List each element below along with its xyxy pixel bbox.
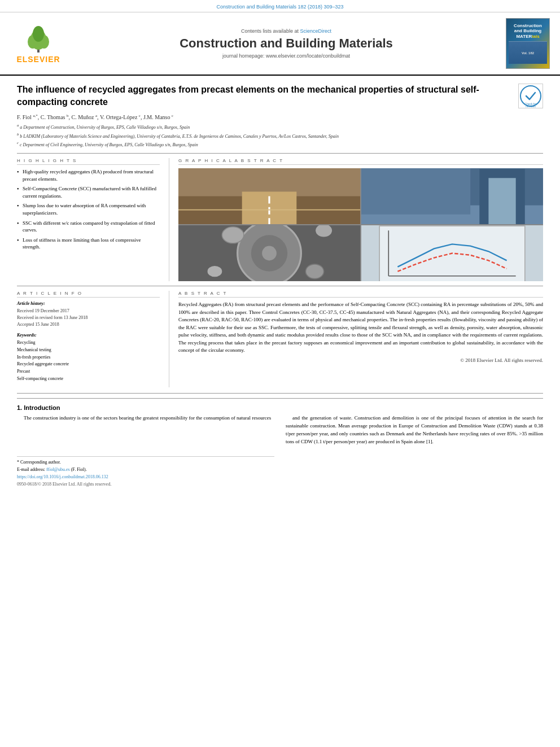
section-divider-2 xyxy=(17,286,543,286)
highlight-item-1: High-quality recycled aggregates (RA) pr… xyxy=(17,168,160,182)
section-divider-3 xyxy=(17,393,543,394)
sciencedirect-link[interactable]: ScienceDirect xyxy=(300,28,332,34)
intro-col-right: and the generation of waste. Constructio… xyxy=(286,414,543,488)
svg-point-21 xyxy=(262,246,277,261)
svg-rect-16 xyxy=(488,178,515,224)
keywords-group: Keywords: Recycling Mechanical testing I… xyxy=(17,333,160,383)
article-info-section: A R T I C L E I N F O Article history: R… xyxy=(17,291,169,387)
page: Construction and Building Materials 182 … xyxy=(0,0,560,747)
keywords-list: Recycling Mechanical testing In-fresh pr… xyxy=(17,339,160,383)
highlight-item-3: Slump loss due to water absorption of RA… xyxy=(17,202,160,216)
ga-image-2 xyxy=(361,168,543,224)
keyword-2: Mechanical testing xyxy=(17,347,160,354)
article-content: The influence of recycled aggregates fro… xyxy=(0,76,560,496)
abstract-paragraph: Recycled Aggregates (RA) from structural… xyxy=(178,301,543,355)
highlights-graphical-section: H I G H L I G H T S High-quality recycle… xyxy=(17,158,543,281)
svg-point-4 xyxy=(33,26,44,42)
abstract-label: A B S T R A C T xyxy=(178,291,543,298)
graphical-abstract-section: G R A P H I C A L A B S T R A C T xyxy=(169,158,543,281)
elsevier-brand-text: ELSEVIER xyxy=(16,55,60,64)
section-divider-1 xyxy=(17,153,543,154)
doi-link[interactable]: https://doi.org/10.1016/j.conbuildmat.20… xyxy=(17,474,108,479)
journal-title: Construction and Building Materials xyxy=(72,36,500,51)
svg-rect-17 xyxy=(361,168,470,215)
svg-text:updates: updates xyxy=(526,105,536,107)
article-history-group: Article history: Received 19 December 20… xyxy=(17,301,160,328)
affiliations: a a Department of Construction, Universi… xyxy=(17,123,543,148)
highlight-item-5: Loss of stiffness is more limiting than … xyxy=(17,237,160,251)
history-accepted: Accepted 15 June 2018 xyxy=(17,321,160,328)
article-title-section: The influence of recycled aggregates fro… xyxy=(17,84,543,109)
ga-image-3 xyxy=(178,225,360,281)
email-link[interactable]: ffiol@ubu.es xyxy=(46,467,70,472)
history-revised: Received in revised form 13 June 2018 xyxy=(17,314,160,321)
abstract-section: A B S T R A C T Recycled Aggregates (RA)… xyxy=(169,291,543,387)
info-abstract-section: A R T I C L E I N F O Article history: R… xyxy=(17,291,543,387)
ga-image-1 xyxy=(178,168,360,224)
article-title-text: The influence of recycled aggregates fro… xyxy=(17,84,513,109)
history-label: Article history: xyxy=(17,301,160,306)
affiliation-b: b b LADKIM (Laboratory of Materials Scie… xyxy=(17,132,543,140)
affiliation-c: c c Department of Civil Engineering, Uni… xyxy=(17,140,543,148)
article-title: The influence of recycled aggregates fro… xyxy=(17,84,513,109)
journal-citation: Construction and Building Materials 182 … xyxy=(216,4,343,10)
svg-point-22 xyxy=(222,227,244,243)
affiliation-a: a a Department of Construction, Universi… xyxy=(17,123,543,131)
graphical-abstract-grid xyxy=(178,168,543,281)
highlight-item-4: SSC with different w/c ratios compared b… xyxy=(17,220,160,234)
keywords-label: Keywords: xyxy=(17,333,160,338)
keyword-1: Recycling xyxy=(17,339,160,347)
email-name: (F. Fiol). xyxy=(71,467,87,472)
journal-cover-image: Constructionand BuildingMATERials Vol. 1… xyxy=(506,18,550,69)
highlights-label: H I G H L I G H T S xyxy=(17,158,160,165)
introduction-section: 1. Introduction The construction industr… xyxy=(17,398,543,488)
check-for-updates-badge: Check for updates xyxy=(518,84,543,108)
elsevier-tree-icon xyxy=(21,24,55,55)
journal-top-bar: Construction and Building Materials 182 … xyxy=(0,0,560,12)
article-info-label: A R T I C L E I N F O xyxy=(17,291,160,298)
cover-detail: Vol. 182 xyxy=(522,51,534,55)
copyright-line: © 2018 Elsevier Ltd. All rights reserved… xyxy=(178,357,543,365)
email-label: E-mail address: xyxy=(17,467,45,472)
history-received: Received 19 December 2017 xyxy=(17,308,160,314)
check-updates-icon: Check for updates xyxy=(519,85,542,107)
intro-two-col: The construction industry is one of the … xyxy=(17,414,543,488)
intro-para-1-col2: and the generation of waste. Constructio… xyxy=(286,414,543,446)
svg-point-23 xyxy=(305,264,323,279)
journal-header: ELSEVIER Contents lists available at Sci… xyxy=(0,12,560,76)
intro-section-number: 1. Introduction xyxy=(17,404,543,411)
footnote-area: * Corresponding author. E-mail address: … xyxy=(17,456,274,488)
highlights-list: High-quality recycled aggregates (RA) pr… xyxy=(17,168,160,251)
elsevier-logo: ELSEVIER xyxy=(10,24,67,64)
keyword-6: Self-compacting concrete xyxy=(17,375,160,383)
highlight-item-2: Self-Compacting Concrete (SCC) manufactu… xyxy=(17,185,160,199)
email-line: E-mail address: ffiol@ubu.es (F. Fiol). xyxy=(17,466,274,473)
issn-line: 0950-0618/© 2018 Elsevier Ltd. All right… xyxy=(17,481,274,488)
corresponding-author-note: * Corresponding author. xyxy=(17,459,274,465)
keyword-3: In-fresh properties xyxy=(17,354,160,361)
journal-homepage: journal homepage: www.elsevier.com/locat… xyxy=(72,53,500,59)
intro-col-left: The construction industry is one of the … xyxy=(17,414,274,488)
doi-line: https://doi.org/10.1016/j.conbuildmat.20… xyxy=(17,474,274,480)
svg-point-24 xyxy=(208,266,222,277)
cover-title-text: Constructionand BuildingMATERials xyxy=(514,23,542,40)
abstract-text: Recycled Aggregates (RA) from structural… xyxy=(178,301,543,364)
authors-line: F. Fiol a,*, C. Thomas b, C. Muñoz a, V.… xyxy=(17,113,543,120)
graphical-abstract-image xyxy=(178,168,543,281)
ga-image-4 xyxy=(361,225,543,281)
contents-available: Contents lists available at ScienceDirec… xyxy=(72,28,500,34)
highlights-section: H I G H L I G H T S High-quality recycle… xyxy=(17,158,169,281)
keyword-4: Recycled aggregate concrete xyxy=(17,361,160,368)
keyword-5: Precast xyxy=(17,368,160,375)
header-center: Contents lists available at ScienceDirec… xyxy=(72,28,500,59)
intro-para-1-col1: The construction industry is one of the … xyxy=(17,414,274,422)
graphical-abstract-label: G R A P H I C A L A B S T R A C T xyxy=(178,158,543,165)
